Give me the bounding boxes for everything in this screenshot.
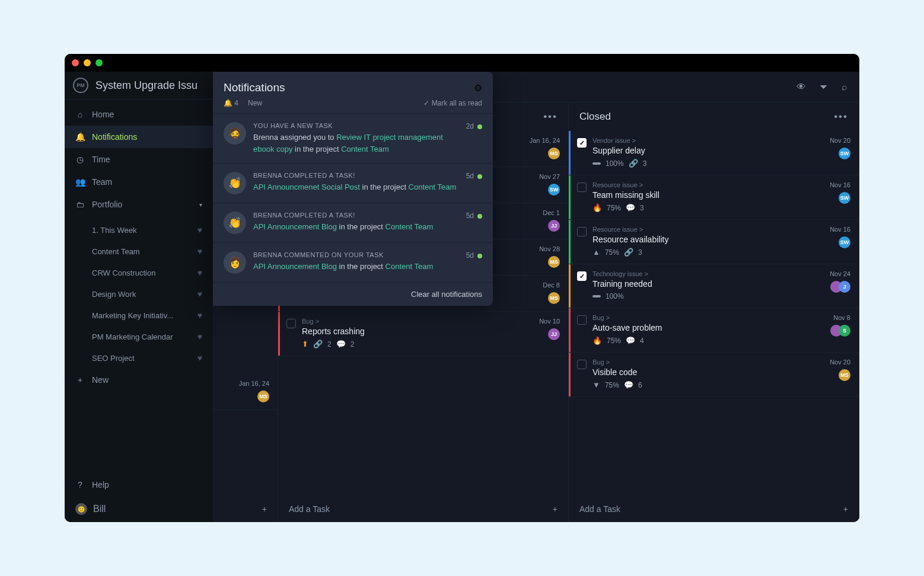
task-date: Nov 8 xyxy=(833,314,850,321)
task-checkbox[interactable]: ✓ xyxy=(577,138,587,148)
notification-item[interactable]: 👩 BRENNA COMMENTED ON YOUR TASK API Anno… xyxy=(213,242,493,282)
task-meta: ▼ 75% 💬6 xyxy=(592,380,824,389)
priority-stripe xyxy=(569,220,571,264)
heart-icon[interactable]: ♥ xyxy=(197,353,202,363)
avatar: JJ xyxy=(548,328,560,340)
notification-text: API Announcmenet Social Post in the proj… xyxy=(253,181,459,193)
task-card[interactable]: Jan 16, 24 MS xyxy=(213,374,278,410)
notification-item[interactable]: 👏 BRENNA COMPLETED A TASK! API Announcme… xyxy=(213,163,493,203)
portfolio-item[interactable]: CRW Construction♥ xyxy=(72,262,213,283)
task-card[interactable]: Resource issue > Team missing skill 🔥 75… xyxy=(569,175,859,220)
task-card[interactable]: Bug > Reports crashing ⬆ 🔗2 💬2 Nov 10 JJ xyxy=(278,312,568,356)
avatar: MS xyxy=(548,292,560,304)
priority-stripe xyxy=(278,312,280,356)
add-task-button[interactable]: Add a Task + xyxy=(278,496,568,522)
column-title: Closed xyxy=(579,111,611,123)
sidebar-item-portfolio[interactable]: 🗀Portfolio▾ xyxy=(65,193,213,216)
notification-item[interactable]: 👏 BRENNA COMPLETED A TASK! API Announcem… xyxy=(213,203,493,242)
minimize-window-button[interactable] xyxy=(84,59,91,66)
plus-icon: + xyxy=(75,375,85,385)
brand-logo: PM xyxy=(73,78,88,93)
clear-all-notifications-button[interactable]: Clear all notifications xyxy=(213,282,493,306)
add-task-label: Add a Task xyxy=(579,504,620,514)
column-menu-icon[interactable]: ••• xyxy=(834,111,848,123)
column-menu-icon[interactable]: ••• xyxy=(543,111,557,123)
add-task-button[interactable]: Add a Task + xyxy=(569,496,859,522)
gear-icon[interactable]: ⚙ xyxy=(474,82,482,94)
heart-icon[interactable]: ♥ xyxy=(197,268,202,277)
mark-all-read-button[interactable]: ✓ Mark all as read xyxy=(423,99,482,107)
notification-avatar: 👩 xyxy=(224,251,246,274)
comment-icon: 💬 xyxy=(626,336,635,345)
task-category: Bug > xyxy=(302,318,533,325)
user-menu[interactable]: 🙂 Bill xyxy=(65,496,213,522)
notification-avatar: 👏 xyxy=(224,172,246,194)
task-checkbox[interactable] xyxy=(577,360,587,369)
portfolio-item-label: Marketing Key Initiativ... xyxy=(92,311,173,320)
sidebar-item-label: Home xyxy=(92,110,114,119)
eye-icon[interactable]: 👁 xyxy=(796,82,806,92)
task-card[interactable]: Bug > Visible code ▼ 75% 💬6 Nov 20 MS xyxy=(569,353,859,397)
task-checkbox[interactable] xyxy=(577,183,587,192)
heart-icon[interactable]: ♥ xyxy=(197,289,202,299)
help-button[interactable]: ? Help xyxy=(65,473,213,496)
fire-icon: 🔥 xyxy=(592,203,602,212)
unread-dot-icon xyxy=(477,174,482,179)
close-window-button[interactable] xyxy=(72,59,79,66)
notification-item[interactable]: 🧔 YOU HAVE A NEW TASK Brenna assigned yo… xyxy=(213,113,493,163)
task-checkbox[interactable]: ✓ xyxy=(577,271,587,281)
add-task-button[interactable]: + xyxy=(213,496,278,522)
avatar: S xyxy=(839,325,850,337)
notification-avatar: 👏 xyxy=(224,212,246,234)
portfolio-item[interactable]: Design Work♥ xyxy=(72,283,213,305)
task-meta: 100% 🔗3 xyxy=(592,159,824,168)
task-date: Nov 24 xyxy=(830,270,850,277)
heart-icon[interactable]: ♥ xyxy=(197,332,202,341)
task-checkbox[interactable] xyxy=(577,315,587,325)
portfolio-item[interactable]: Content Team♥ xyxy=(72,241,213,262)
heart-icon[interactable]: ♥ xyxy=(197,225,202,235)
task-card[interactable]: Resource issue > Resource availability ▲… xyxy=(569,220,859,264)
unread-dot-icon xyxy=(477,124,482,129)
task-date: Nov 10 xyxy=(539,318,560,325)
new-button[interactable]: + New xyxy=(65,369,213,391)
heart-icon[interactable]: ♥ xyxy=(197,311,202,320)
notification-type: BRENNA COMMENTED ON YOUR TASK xyxy=(253,251,459,258)
task-date: Jan 16, 24 xyxy=(239,380,269,387)
task-title: Reports crashing xyxy=(302,327,533,336)
search-icon[interactable]: ⌕ xyxy=(842,82,847,92)
notif-new-tab[interactable]: New xyxy=(248,99,262,107)
sidebar-item-label: Time xyxy=(92,155,110,164)
filter-icon[interactable]: ⏷ xyxy=(819,82,829,92)
task-meta: 100% xyxy=(592,292,824,300)
task-meta: ▲ 75% 🔗3 xyxy=(592,248,824,257)
task-checkbox[interactable] xyxy=(286,319,296,328)
task-category: Bug > xyxy=(592,314,827,321)
notification-age: 5d xyxy=(466,212,474,220)
comment-icon: 💬 xyxy=(626,203,635,212)
task-card[interactable]: ✓ Technology issue > Training needed 100… xyxy=(569,264,859,308)
sidebar-item-time[interactable]: ◷Time xyxy=(65,148,213,171)
portfolio-item[interactable]: PM Marketing Calendar♥ xyxy=(72,326,213,347)
task-date: Nov 20 xyxy=(830,137,850,144)
task-date: Nov 16 xyxy=(830,181,850,188)
task-card[interactable]: ✓ Vendor issue > Supplier delay 100% 🔗3 … xyxy=(569,131,859,175)
avatar: MS xyxy=(839,369,850,381)
heart-icon[interactable]: ♥ xyxy=(197,247,202,256)
sidebar-item-notifications[interactable]: 🔔Notifications xyxy=(65,126,213,148)
avatar: SW xyxy=(839,236,850,248)
task-checkbox[interactable] xyxy=(577,227,587,236)
portfolio-item[interactable]: Marketing Key Initiativ...♥ xyxy=(72,305,213,326)
task-meta: ⬆ 🔗2 💬2 xyxy=(302,340,533,348)
maximize-window-button[interactable] xyxy=(95,59,103,66)
portfolio-item[interactable]: 1. This Week♥ xyxy=(72,219,213,241)
task-card[interactable]: Bug > Auto-save problem 🔥 75% 💬4 Nov 8 S xyxy=(569,308,859,353)
titlebar xyxy=(65,54,859,72)
notification-age: 5d xyxy=(466,251,474,260)
portfolio-item[interactable]: SEO Project♥ xyxy=(72,347,213,369)
notifications-list: 🧔 YOU HAVE A NEW TASK Brenna assigned yo… xyxy=(213,113,493,282)
sidebar-item-team[interactable]: 👥Team xyxy=(65,171,213,193)
arrow-up-icon: ⬆ xyxy=(302,340,308,348)
sidebar-item-home[interactable]: ⌂Home xyxy=(65,103,213,126)
link-icon: 🔗 xyxy=(629,159,638,168)
